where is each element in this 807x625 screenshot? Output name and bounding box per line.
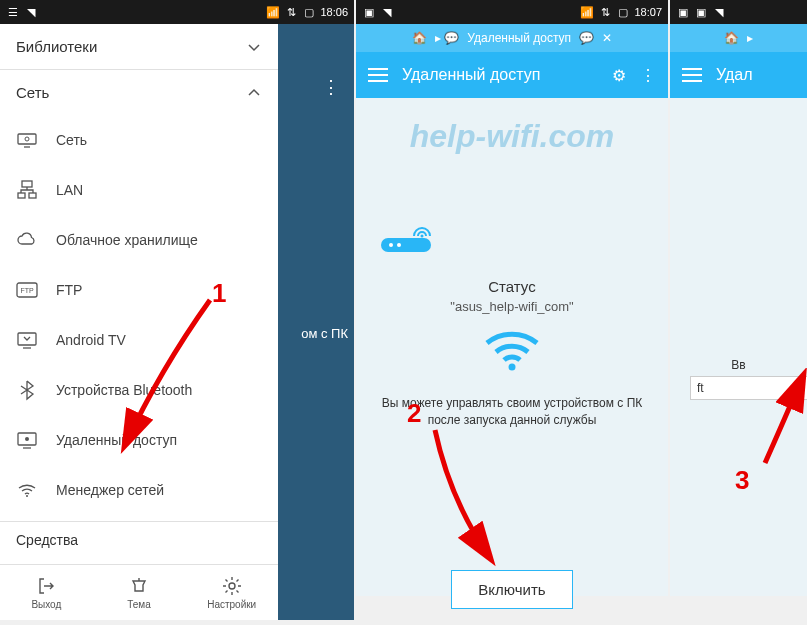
annotation-3: 3 — [735, 465, 749, 496]
page-title: Удаленный доступ — [402, 66, 598, 84]
home-icon: 🏠 — [412, 31, 427, 45]
menu-label: Менеджер сетей — [56, 482, 164, 498]
router-icon — [376, 208, 436, 258]
svg-rect-3 — [18, 193, 25, 198]
section-network[interactable]: Сеть — [0, 70, 278, 115]
menu-label: Облачное хранилище — [56, 232, 198, 248]
breadcrumb-strip[interactable]: 🏠 ▸ 💬 Удаленный доступ 💬 ✕ — [356, 24, 668, 52]
breadcrumb-label: Удаленный доступ — [467, 31, 571, 45]
gear-icon[interactable]: ⚙ — [612, 66, 626, 85]
svg-rect-7 — [18, 333, 36, 345]
status-bar: ▣ ◥ 📶 ⇅ ▢ 18:07 — [356, 0, 668, 24]
annotation-2: 2 — [407, 398, 421, 429]
tv-icon — [16, 329, 38, 351]
svg-rect-12 — [381, 238, 431, 252]
tools-label: Средства — [16, 532, 78, 548]
content-area: Вв — [670, 98, 807, 596]
exit-icon — [36, 576, 56, 596]
lan-icon — [16, 179, 38, 201]
menu-item-network[interactable]: Сеть — [0, 115, 278, 165]
nav-label: Настройки — [207, 599, 256, 610]
chevron-icon: ▸ — [747, 31, 753, 45]
nav-exit[interactable]: Выход — [0, 565, 93, 620]
status-bar: ☰ ◥ 📶 ⇅ ▢ 18:06 — [0, 0, 354, 24]
kebab-menu-icon[interactable]: ⋮ — [322, 76, 340, 98]
svg-point-13 — [389, 243, 393, 247]
svg-point-11 — [229, 583, 235, 589]
svg-rect-2 — [22, 181, 32, 187]
app-bar: 🏠 ▸ Удал — [670, 24, 807, 98]
arrow-1 — [100, 290, 230, 460]
bluetooth-icon — [16, 379, 38, 401]
menu-item-lan[interactable]: LAN — [0, 165, 278, 215]
hamburger-icon[interactable] — [682, 68, 702, 82]
menu-label: Сеть — [56, 132, 87, 148]
menu-label: FTP — [56, 282, 82, 298]
data-icon: ⇅ — [284, 5, 298, 19]
battery-icon: ▢ — [302, 5, 316, 19]
nav-theme[interactable]: Тема — [93, 565, 186, 620]
watermark: help-wifi.com — [356, 118, 668, 155]
svg-point-14 — [397, 243, 401, 247]
svg-rect-4 — [29, 193, 36, 198]
notification-icon: ☰ — [6, 5, 20, 19]
nav-label: Выход — [31, 599, 61, 610]
content-area: help-wifi.com Статус "asus_help-wifi_com… — [356, 98, 668, 596]
svg-point-10 — [26, 495, 28, 497]
svg-point-1 — [25, 137, 29, 141]
chat-icon: ▸ 💬 — [435, 31, 459, 45]
app-bar: 🏠 ▸ 💬 Удаленный доступ 💬 ✕ Удаленный дос… — [356, 24, 668, 98]
cloud-icon — [16, 229, 38, 251]
wifi-manager-icon — [16, 479, 38, 501]
network-label: Сеть — [16, 84, 49, 101]
shield-icon: ◥ — [24, 5, 38, 19]
close-icon[interactable]: ✕ — [602, 31, 612, 45]
wifi-icon — [482, 328, 542, 373]
chevron-down-icon — [246, 39, 262, 55]
svg-point-15 — [421, 235, 424, 238]
annotation-1: 1 — [212, 278, 226, 309]
bg-text: ом с ПК — [301, 326, 348, 341]
shield-icon: ◥ — [380, 5, 394, 19]
svg-text:FTP: FTP — [20, 287, 34, 294]
nav-label: Тема — [127, 599, 151, 610]
clock: 18:07 — [634, 6, 662, 18]
description-text: Вы можете управлять своим устройством с … — [356, 395, 668, 430]
enable-button[interactable]: Включить — [451, 570, 572, 609]
page-title: Удал — [716, 66, 795, 84]
status-bar: ▣ ▣ ◥ — [670, 0, 807, 24]
shield-icon: ◥ — [712, 5, 726, 19]
background-panel: ⋮ ом с ПК — [278, 24, 354, 620]
network-icon — [16, 129, 38, 151]
screenshot-icon: ▣ — [694, 5, 708, 19]
status-value: "asus_help-wifi_com" — [356, 299, 668, 314]
remote-icon — [16, 429, 38, 451]
data-icon: ⇅ — [598, 5, 612, 19]
battery-icon: ▢ — [616, 5, 630, 19]
breadcrumb-strip[interactable]: 🏠 ▸ — [670, 24, 807, 52]
section-libraries[interactable]: Библиотеки — [0, 24, 278, 69]
arrow-3 — [755, 368, 807, 468]
libraries-label: Библиотеки — [16, 38, 97, 55]
ftp-icon: FTP — [16, 279, 38, 301]
svg-rect-0 — [18, 134, 36, 144]
status-label: Статус — [356, 278, 668, 295]
kebab-menu-icon[interactable]: ⋮ — [640, 66, 656, 85]
svg-point-16 — [509, 364, 516, 371]
arrow-2 — [420, 420, 510, 570]
nav-settings[interactable]: Настройки — [185, 565, 278, 620]
hamburger-icon[interactable] — [368, 68, 388, 82]
chevron-up-icon — [246, 85, 262, 101]
svg-point-9 — [25, 437, 29, 441]
chat-icon: 💬 — [579, 31, 594, 45]
signal-icon: 📶 — [580, 5, 594, 19]
bottom-nav: Выход Тема Настройки — [0, 564, 278, 620]
section-tools[interactable]: Средства — [0, 522, 94, 558]
menu-item-network-manager[interactable]: Менеджер сетей — [0, 465, 278, 515]
screenshot-icon: ▣ — [676, 5, 690, 19]
theme-icon — [129, 576, 149, 596]
home-icon: 🏠 — [724, 31, 739, 45]
menu-item-cloud[interactable]: Облачное хранилище — [0, 215, 278, 265]
screenshot-icon: ▣ — [362, 5, 376, 19]
clock: 18:06 — [320, 6, 348, 18]
